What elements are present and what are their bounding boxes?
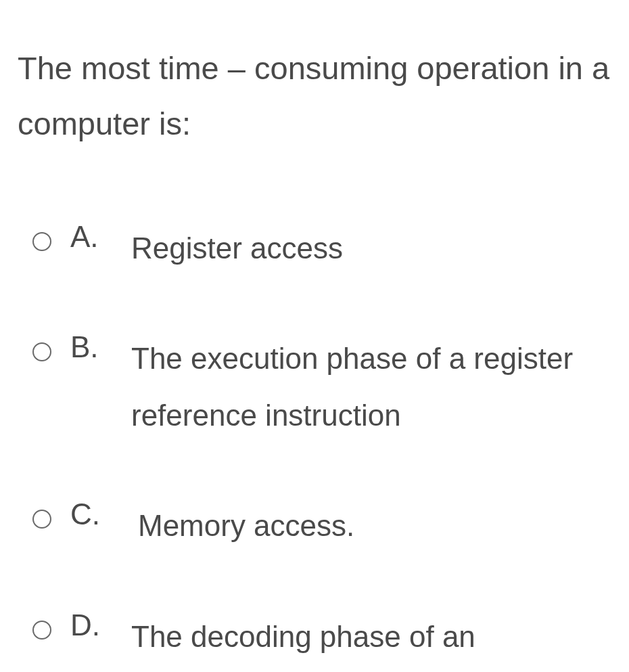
option-a[interactable]: A. Register access bbox=[32, 220, 611, 277]
option-b[interactable]: B. The execution phase of a register ref… bbox=[32, 330, 611, 443]
option-text: Memory access. bbox=[131, 497, 611, 554]
radio-icon[interactable] bbox=[32, 342, 51, 361]
question-text: The most time – consuming operation in a… bbox=[18, 41, 611, 152]
option-text: The decoding phase of an instruction cyc… bbox=[131, 608, 611, 672]
option-letter: A. bbox=[70, 220, 131, 254]
option-d[interactable]: D. The decoding phase of an instruction … bbox=[32, 608, 611, 672]
option-c[interactable]: C. Memory access. bbox=[32, 497, 611, 554]
option-letter: D. bbox=[70, 608, 131, 642]
option-text: The execution phase of a register refere… bbox=[131, 330, 611, 443]
radio-icon[interactable] bbox=[32, 232, 51, 251]
option-text: Register access bbox=[131, 220, 611, 277]
option-letter: C. bbox=[70, 497, 131, 531]
options-container: A. Register access B. The execution phas… bbox=[18, 220, 611, 673]
radio-icon[interactable] bbox=[32, 621, 51, 640]
radio-icon[interactable] bbox=[32, 510, 51, 529]
option-letter: B. bbox=[70, 330, 131, 364]
